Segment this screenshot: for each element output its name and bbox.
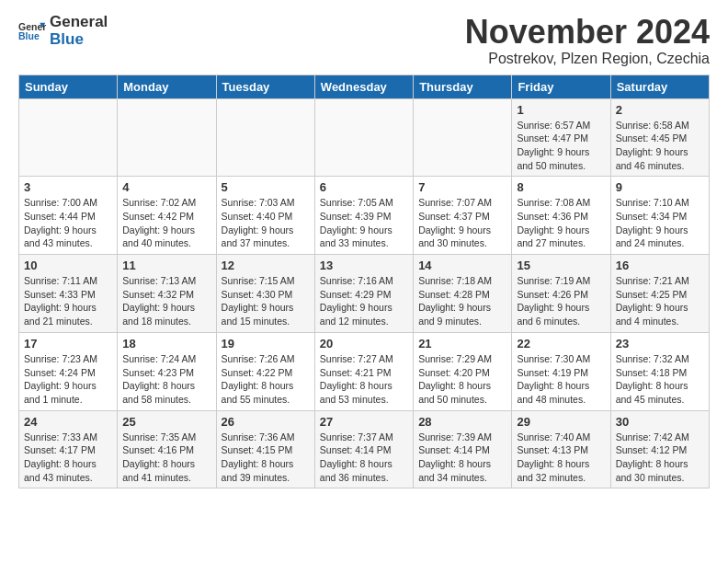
calendar-table: SundayMondayTuesdayWednesdayThursdayFrid… [18,75,710,489]
day-number: 24 [24,415,112,429]
calendar-cell: 30Sunrise: 7:42 AMSunset: 4:12 PMDayligh… [610,410,709,488]
day-info: Sunrise: 7:21 AMSunset: 4:25 PMDaylight:… [616,274,704,328]
day-number: 19 [222,337,310,350]
header: General Blue General Blue November 2024 … [18,14,710,67]
day-info: Sunrise: 7:33 AMSunset: 4:17 PMDaylight:… [24,431,112,485]
calendar-week-row: 17Sunrise: 7:23 AMSunset: 4:24 PMDayligh… [19,332,710,410]
page-container: General Blue General Blue November 2024 … [0,0,728,507]
day-number: 21 [418,337,506,350]
day-number: 6 [320,180,408,194]
calendar-cell [19,98,118,177]
day-info: Sunrise: 6:58 AMSunset: 4:45 PMDaylight:… [616,119,704,173]
day-info: Sunrise: 7:30 AMSunset: 4:19 PMDaylight:… [517,352,605,407]
calendar-cell: 14Sunrise: 7:18 AMSunset: 4:28 PMDayligh… [414,255,512,333]
day-number: 23 [616,337,704,350]
day-info: Sunrise: 7:07 AMSunset: 4:37 PMDaylight:… [418,196,506,250]
day-info: Sunrise: 7:02 AMSunset: 4:42 PMDaylight:… [122,196,210,250]
day-info: Sunrise: 7:32 AMSunset: 4:18 PMDaylight:… [616,352,704,407]
day-number: 20 [320,337,408,350]
calendar-dow-header: Monday [118,75,216,98]
day-number: 25 [122,415,210,429]
day-number: 2 [616,103,704,117]
calendar-cell [414,98,512,177]
calendar-cell: 7Sunrise: 7:07 AMSunset: 4:37 PMDaylight… [414,177,512,255]
calendar-cell: 28Sunrise: 7:39 AMSunset: 4:14 PMDayligh… [414,410,512,488]
day-info: Sunrise: 7:15 AMSunset: 4:30 PMDaylight:… [222,274,310,328]
day-number: 15 [517,259,605,272]
calendar-week-row: 24Sunrise: 7:33 AMSunset: 4:17 PMDayligh… [19,410,710,488]
title-area: November 2024 Postrekov, Plzen Region, C… [465,14,710,67]
logo-general: General [50,14,108,31]
calendar-cell: 26Sunrise: 7:36 AMSunset: 4:15 PMDayligh… [216,410,314,488]
calendar-cell: 15Sunrise: 7:19 AMSunset: 4:26 PMDayligh… [512,255,610,333]
day-number: 12 [222,259,310,272]
day-number: 18 [122,337,210,350]
calendar-cell: 10Sunrise: 7:11 AMSunset: 4:33 PMDayligh… [19,255,118,333]
day-number: 16 [616,259,704,272]
day-number: 17 [24,337,112,350]
calendar-cell: 18Sunrise: 7:24 AMSunset: 4:23 PMDayligh… [118,332,216,410]
svg-text:Blue: Blue [18,30,40,41]
day-number: 13 [320,259,408,272]
logo-icon: General Blue [18,17,46,45]
day-info: Sunrise: 7:03 AMSunset: 4:40 PMDaylight:… [222,196,310,250]
logo: General Blue General Blue [18,14,108,48]
day-info: Sunrise: 7:36 AMSunset: 4:15 PMDaylight:… [222,431,310,485]
day-info: Sunrise: 7:27 AMSunset: 4:21 PMDaylight:… [320,352,408,407]
day-info: Sunrise: 7:24 AMSunset: 4:23 PMDaylight:… [122,352,210,407]
day-info: Sunrise: 7:23 AMSunset: 4:24 PMDaylight:… [24,352,112,407]
calendar-cell: 3Sunrise: 7:00 AMSunset: 4:44 PMDaylight… [19,177,118,255]
calendar-cell: 19Sunrise: 7:26 AMSunset: 4:22 PMDayligh… [216,332,314,410]
day-number: 3 [24,180,112,194]
logo-wordmark: General Blue [50,14,108,48]
calendar-cell: 5Sunrise: 7:03 AMSunset: 4:40 PMDaylight… [216,177,314,255]
calendar-cell: 8Sunrise: 7:08 AMSunset: 4:36 PMDaylight… [512,177,610,255]
day-number: 7 [418,180,506,194]
calendar-dow-header: Sunday [19,75,118,98]
calendar-cell: 2Sunrise: 6:58 AMSunset: 4:45 PMDaylight… [610,98,709,177]
calendar-cell: 1Sunrise: 6:57 AMSunset: 4:47 PMDaylight… [512,98,610,177]
day-info: Sunrise: 7:35 AMSunset: 4:16 PMDaylight:… [122,431,210,485]
day-number: 29 [517,415,605,429]
calendar-week-row: 1Sunrise: 6:57 AMSunset: 4:47 PMDaylight… [19,98,710,177]
calendar-cell: 22Sunrise: 7:30 AMSunset: 4:19 PMDayligh… [512,332,610,410]
day-info: Sunrise: 7:05 AMSunset: 4:39 PMDaylight:… [320,196,408,250]
day-info: Sunrise: 7:19 AMSunset: 4:26 PMDaylight:… [517,274,605,328]
day-info: Sunrise: 7:10 AMSunset: 4:34 PMDaylight:… [616,196,704,250]
day-number: 5 [222,180,310,194]
day-number: 11 [122,259,210,272]
day-info: Sunrise: 7:18 AMSunset: 4:28 PMDaylight:… [418,274,506,328]
day-info: Sunrise: 7:11 AMSunset: 4:33 PMDaylight:… [24,274,112,328]
calendar-dow-header: Saturday [610,75,709,98]
calendar-cell [314,98,413,177]
calendar-cell: 17Sunrise: 7:23 AMSunset: 4:24 PMDayligh… [19,332,118,410]
day-info: Sunrise: 7:13 AMSunset: 4:32 PMDaylight:… [122,274,210,328]
calendar-cell: 23Sunrise: 7:32 AMSunset: 4:18 PMDayligh… [610,332,709,410]
location: Postrekov, Plzen Region, Czechia [465,51,710,67]
day-number: 26 [222,415,310,429]
calendar-dow-header: Wednesday [314,75,413,98]
calendar-dow-header: Thursday [414,75,512,98]
day-number: 14 [418,259,506,272]
day-info: Sunrise: 7:40 AMSunset: 4:13 PMDaylight:… [517,431,605,485]
day-info: Sunrise: 6:57 AMSunset: 4:47 PMDaylight:… [517,119,605,173]
calendar-cell: 16Sunrise: 7:21 AMSunset: 4:25 PMDayligh… [610,255,709,333]
day-number: 1 [517,103,605,117]
day-number: 30 [616,415,704,429]
day-info: Sunrise: 7:39 AMSunset: 4:14 PMDaylight:… [418,431,506,485]
calendar-cell: 29Sunrise: 7:40 AMSunset: 4:13 PMDayligh… [512,410,610,488]
day-info: Sunrise: 7:26 AMSunset: 4:22 PMDaylight:… [222,352,310,407]
calendar-cell: 12Sunrise: 7:15 AMSunset: 4:30 PMDayligh… [216,255,314,333]
calendar-cell: 25Sunrise: 7:35 AMSunset: 4:16 PMDayligh… [118,410,216,488]
day-info: Sunrise: 7:42 AMSunset: 4:12 PMDaylight:… [616,431,704,485]
day-info: Sunrise: 7:16 AMSunset: 4:29 PMDaylight:… [320,274,408,328]
calendar-cell: 20Sunrise: 7:27 AMSunset: 4:21 PMDayligh… [314,332,413,410]
calendar-cell: 4Sunrise: 7:02 AMSunset: 4:42 PMDaylight… [118,177,216,255]
calendar-cell: 13Sunrise: 7:16 AMSunset: 4:29 PMDayligh… [314,255,413,333]
day-number: 10 [24,259,112,272]
day-info: Sunrise: 7:29 AMSunset: 4:20 PMDaylight:… [418,352,506,407]
day-number: 27 [320,415,408,429]
month-title: November 2024 [465,14,710,51]
day-number: 9 [616,180,704,194]
calendar-cell: 9Sunrise: 7:10 AMSunset: 4:34 PMDaylight… [610,177,709,255]
